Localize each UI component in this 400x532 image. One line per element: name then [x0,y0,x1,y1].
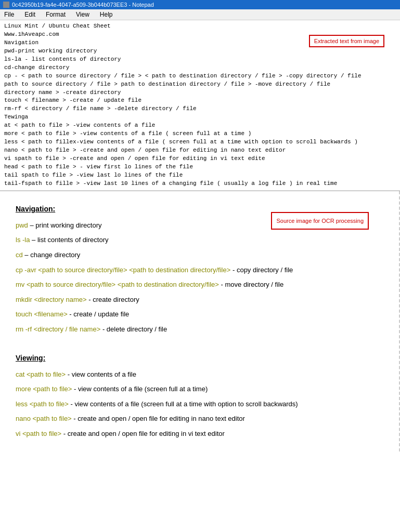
cmd-text: touch <filename> [16,310,68,318]
source-image-box: Source image for OCR processing [271,212,369,230]
cmd-desc: – print working directory [30,221,101,229]
cmd-desc: - view contents of a file (screen full a… [71,400,298,408]
cmd-text: nano <path to file> [16,415,72,422]
menu-help[interactable]: Help [98,10,115,19]
cmd-more: more <path to file> - view contents of a… [16,382,384,397]
cmd-ls: ls -la – list contents of directory [16,233,384,248]
menu-file[interactable]: File [2,10,16,19]
cmd-text: cp -avr <path to source directory/file> … [16,266,230,274]
app-icon [3,2,9,8]
cmd-text: more <path to file> [16,385,72,393]
cmd-text: ls -la [16,236,30,244]
cmd-text: cd [16,251,23,259]
cmd-desc: - create and open / open file for editin… [73,415,245,422]
cmd-text: vi <path to file> [16,430,61,437]
cmd-cd: cd – change directory [16,248,384,263]
cmd-vi: vi <path to file> - create and open / op… [16,427,384,442]
cmd-desc: - create / update file [69,310,129,318]
cmd-cp: cp -avr <path to source directory/file> … [16,263,384,278]
cmd-text: pwd [16,221,28,229]
cmd-mkdir: mkdir <directory name> - create director… [16,292,384,308]
cmd-rm: rm -rf <directory / file name> - delete … [16,322,384,337]
cmd-nano: nano <path to file> - create and open / … [16,411,384,427]
viewing-heading: Viewing: [16,351,384,365]
cmd-text: cat <path to file> [16,370,66,378]
cmd-desc: – list contents of directory [32,236,108,244]
source-label: Source image for OCR processing [276,218,364,224]
menu-edit[interactable]: Edit [22,10,37,19]
cmd-touch: touch <filename> - create / update file [16,307,384,322]
cmd-desc: - view contents of a file (screen full a… [74,385,208,393]
extracted-label: Extracted text from image [314,38,379,44]
menu-bar: File Edit Format View Help [0,9,400,20]
title-bar: 0c42950b19-fa4e-4047-a509-3b044b073EE3 -… [0,0,400,9]
cmd-text: mv <path to source directory/file> <path… [16,281,219,288]
cmd-text: mkdir <directory name> [16,296,87,303]
cmd-desc: - create directory [88,296,139,303]
cmd-desc: - move directory / file [221,281,284,288]
cmd-desc: - copy directory / file [233,266,293,274]
cmd-text: rm -rf <directory / file name> [16,325,100,333]
menu-view[interactable]: View [74,10,92,19]
cmd-desc: - delete directory / file [102,325,167,333]
cmd-desc: – change directory [24,251,80,259]
cmd-desc: - create and open / open file for editin… [63,430,225,437]
cmd-less: less <path to file> - view contents of a… [16,397,384,412]
cmd-mv: mv <path to source directory/file> <path… [16,277,384,292]
formatted-section: Source image for OCR processing Navigati… [0,191,400,452]
menu-format[interactable]: Format [44,10,68,19]
cmd-desc: - view contents of a file [68,370,136,378]
title-text: 0c42950b19-fa4e-4047-a509-3b044b073EE3 -… [12,2,154,8]
extracted-text-box: Extracted text from image [309,35,384,47]
cmd-text: less <path to file> [16,400,69,408]
cmd-cat: cat <path to file> - view contents of a … [16,367,384,382]
